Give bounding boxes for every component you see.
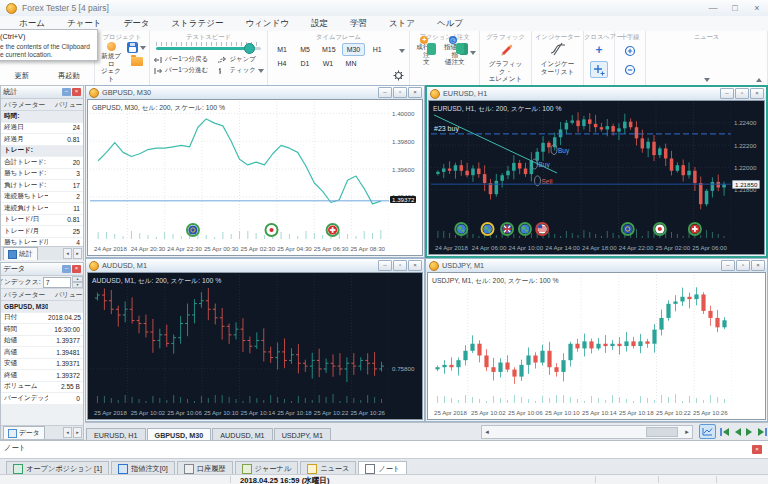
chart-minimize-button[interactable]: – (720, 88, 734, 99)
crosshair-button[interactable]: + (590, 42, 608, 59)
menu-item[interactable]: 設定 (300, 17, 339, 31)
market-order-button[interactable]: + 成行き注文 (413, 43, 440, 66)
bar-forward-button[interactable]: バー1つ分進む (153, 65, 208, 76)
go-to-start-icon[interactable] (719, 427, 730, 437)
step-forward-icon[interactable] (745, 427, 754, 437)
statistics-minimize-button[interactable]: – (62, 88, 71, 96)
zoom-in-button[interactable] (621, 42, 639, 59)
ribbon-section-news: ニュース (646, 31, 768, 85)
chart-body[interactable]: EURUSD, H1, セル: 200, スケール: 100 % #23 buy… (428, 100, 765, 255)
timeframe-button[interactable]: M5 (294, 43, 316, 56)
zoom-out-button[interactable] (621, 61, 639, 78)
minimize-button[interactable]: — (702, 3, 724, 13)
tab-scroll-left-icon[interactable]: ◂ (63, 248, 72, 259)
tab-scroll-left-icon[interactable]: ◂ (63, 427, 72, 438)
plot-area[interactable] (90, 102, 389, 242)
tab-scroll-right-icon[interactable]: ▸ (73, 248, 82, 259)
tick-dropdown-chevron-icon[interactable] (258, 69, 264, 73)
chart-restore-button[interactable]: ▫ (393, 260, 407, 271)
chart-title-bar[interactable]: AUDUSD, M1 –▫× (86, 259, 424, 272)
new-project-button[interactable]: 新規プロジェクト (98, 42, 124, 83)
chart-restore-button[interactable]: ▫ (393, 87, 407, 98)
save-dropdown-chevron-icon[interactable] (140, 46, 146, 50)
bottom-tab[interactable]: 口座履歴 (177, 461, 233, 475)
news-dropdown-chevron-icon[interactable] (704, 78, 710, 82)
tab-statistics[interactable]: 統計 (3, 247, 38, 260)
maximize-button[interactable]: □ (724, 3, 746, 13)
timeframe-button[interactable]: M30 (342, 43, 366, 56)
statistics-close-button[interactable]: × (72, 88, 81, 96)
note-panel-label: ノート (4, 443, 26, 453)
autoscroll-button[interactable] (699, 424, 716, 439)
timeframe-button[interactable]: D1 (294, 57, 316, 70)
data-minimize-button[interactable]: – (62, 265, 71, 273)
index-down-icon[interactable]: ▾ (72, 282, 83, 288)
save-icon[interactable] (127, 42, 138, 53)
chart-title-bar[interactable]: EURUSD, H1 –▫× (427, 87, 766, 100)
menu-item[interactable]: ウィンドウ (234, 17, 300, 31)
chart-body[interactable]: AUDUSD, M1, セル: 200, スケール: 100 % 0.75800… (87, 272, 423, 420)
menu-item[interactable]: データ (113, 17, 161, 31)
chart-body[interactable]: USDJPY, M1, セル: 200, スケール: 100 % 25 Apr … (427, 272, 766, 420)
open-folder-icon[interactable] (131, 57, 143, 66)
timeframe-dropdown-chevron-icon[interactable] (399, 49, 405, 53)
test-speed-slider[interactable] (156, 42, 261, 52)
bottom-tab[interactable]: ニュース (300, 461, 356, 475)
scrollbar-thumb[interactable] (646, 427, 678, 437)
note-panel[interactable]: ノート × (0, 440, 768, 459)
bottom-tab[interactable]: ジャーナル (235, 461, 299, 475)
chart-close-button[interactable]: × (751, 260, 765, 271)
plot-area[interactable] (430, 275, 732, 406)
chart-minimize-button[interactable]: – (378, 260, 392, 271)
chart-title-bar[interactable]: GBPUSD, M30 –▫× (86, 86, 424, 99)
restart-button[interactable]: 再起動 (58, 71, 80, 81)
scroll-right-icon[interactable]: ▸ (682, 428, 692, 436)
step-back-icon[interactable] (733, 427, 742, 437)
graphic-element-button[interactable]: グラフィック・エレメント (483, 42, 528, 83)
chart-horizontal-scrollbar[interactable]: ◂ ▸ (481, 425, 693, 439)
chart-minimize-button[interactable]: – (721, 260, 735, 271)
data-close-button[interactable]: × (72, 265, 81, 273)
chart-close-button[interactable]: × (408, 87, 422, 98)
chart-restore-button[interactable]: ▫ (736, 260, 750, 271)
index-input[interactable]: 7 (43, 277, 71, 288)
timeframe-button[interactable]: H1 (366, 43, 388, 56)
chart-minimize-button[interactable]: – (378, 87, 392, 98)
bottom-tab[interactable]: オープンポジション [1] (6, 461, 109, 475)
bottom-tab[interactable]: ノート (358, 461, 407, 475)
timeframe-button[interactable]: W1 (317, 57, 339, 70)
chart-restore-button[interactable]: ▫ (735, 88, 749, 99)
plot-area[interactable] (90, 275, 389, 406)
tab-data[interactable]: データ (3, 426, 45, 439)
menu-item[interactable]: ヘルプ (426, 17, 474, 31)
chart-close-button[interactable]: × (750, 88, 764, 99)
order-dropdown-chevron-icon[interactable] (470, 51, 476, 55)
bottom-tab[interactable]: 指値注文[0] (111, 461, 175, 475)
scroll-left-icon[interactable]: ◂ (482, 428, 492, 436)
timeframe-button[interactable]: M15 (317, 43, 341, 56)
chart-body[interactable]: GBPUSD, M30, セル: 200, スケール: 100 % 1.4000… (87, 99, 423, 256)
close-button[interactable]: × (746, 3, 768, 13)
timeframe-button[interactable]: MN (340, 57, 362, 70)
note-close-button[interactable]: × (752, 445, 762, 454)
tick-button[interactable]: ティック (217, 65, 264, 76)
timeframe-button[interactable]: M1 (271, 43, 293, 56)
crosshair-snap-button[interactable] (590, 61, 608, 78)
ribbon-collapse-chevron-icon[interactable] (756, 78, 762, 82)
menu-item[interactable]: ストラテジー (160, 17, 234, 31)
slider-knob[interactable] (244, 43, 255, 54)
timeframe-settings-gear-icon[interactable] (393, 70, 404, 81)
timeframe-button[interactable]: H4 (271, 57, 293, 70)
menu-item[interactable]: ストア (378, 17, 426, 31)
menu-item[interactable]: 学習 (339, 17, 378, 31)
chart-close-button[interactable]: × (408, 260, 422, 271)
tab-scroll-right-icon[interactable]: ▸ (73, 427, 82, 438)
bar-back-button[interactable]: バー1つ分戻る (153, 54, 208, 65)
limit-order-button[interactable]: ◷ 指値/逆指値注文 (442, 43, 469, 66)
indicator-list-button[interactable]: インジケーターリスト (535, 42, 580, 75)
plot-area[interactable]: #23 buyBuyBuySell (431, 103, 731, 241)
go-to-end-icon[interactable] (757, 427, 768, 437)
jump-button[interactable]: ジャンプ (217, 54, 264, 65)
chart-title-bar[interactable]: USDJPY, M1 –▫× (426, 259, 767, 272)
update-button[interactable]: 更新 (15, 71, 29, 81)
